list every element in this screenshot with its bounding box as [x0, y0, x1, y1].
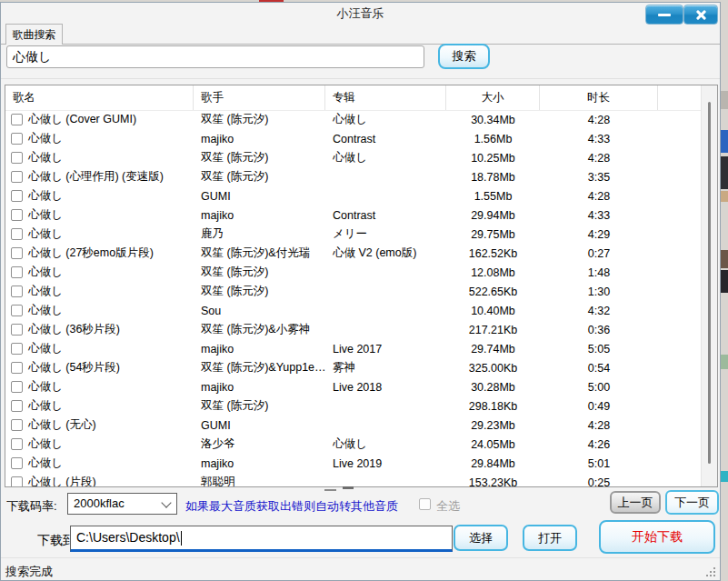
- table-row[interactable]: 心做しmajikoLive 201830.28Mb5:00: [5, 377, 702, 396]
- row-checkbox[interactable]: [11, 285, 23, 297]
- song-name: 心做し: [28, 265, 63, 280]
- song-name-cell: 心做し (54秒片段): [5, 360, 194, 376]
- table-row[interactable]: 心做し (无心)GUMI29.23Mb4:28: [5, 416, 702, 435]
- size-cell: 18.78Mb: [446, 171, 540, 184]
- duration-cell: 0:25: [540, 476, 658, 487]
- size-cell: 1.55Mb: [446, 190, 540, 203]
- table-row[interactable]: 心做し (27秒emo版片段)双笙 (陈元汐)&付光瑞心做 V2 (emo版)1…: [5, 244, 702, 263]
- album-cell: 心做し: [325, 150, 446, 165]
- row-checkbox[interactable]: [11, 362, 23, 374]
- artist-cell: 双笙 (陈元汐): [194, 112, 325, 127]
- row-checkbox[interactable]: [11, 133, 23, 145]
- table-row[interactable]: 心做し (36秒片段)双笙 (陈元汐)&小雾神217.21Kb0:36: [5, 320, 702, 339]
- row-checkbox[interactable]: [11, 381, 23, 393]
- song-name-cell: 心做し: [5, 207, 194, 223]
- album-cell: Live 2017: [325, 343, 446, 356]
- table-row[interactable]: 心做しmajikoLive 201929.84Mb5:01: [5, 454, 702, 473]
- minimize-button[interactable]: [645, 5, 683, 25]
- song-name-cell: 心做し: [5, 303, 194, 318]
- duration-cell: 4:28: [540, 419, 658, 432]
- chevron-down-icon: [161, 497, 171, 507]
- table-row[interactable]: 心做し双笙 (陈元汐)522.65Kb1:30: [5, 282, 702, 301]
- open-folder-button[interactable]: 打开: [523, 525, 577, 551]
- size-cell: 10.40Mb: [446, 305, 540, 317]
- row-checkbox[interactable]: [11, 400, 23, 412]
- row-checkbox[interactable]: [11, 171, 23, 183]
- table-row[interactable]: 心做し鹿乃メリー29.75Mb4:29: [5, 225, 702, 244]
- start-download-button[interactable]: 开始下载: [599, 520, 715, 554]
- duration-cell: 4:33: [540, 133, 658, 145]
- row-checkbox[interactable]: [11, 114, 23, 125]
- table-row[interactable]: 心做し (Cover GUMI)双笙 (陈元汐)心做し30.34Mb4:28: [5, 110, 702, 129]
- song-name: 心做し: [28, 226, 63, 242]
- table-row[interactable]: 心做しmajikoContrast1.56Mb4:33: [5, 129, 702, 148]
- album-cell: 心做 V2 (emo版): [325, 245, 446, 261]
- table-row[interactable]: 心做しmajikoLive 201729.74Mb5:05: [5, 339, 702, 358]
- row-checkbox[interactable]: [11, 247, 23, 259]
- row-checkbox[interactable]: [11, 476, 23, 486]
- row-checkbox[interactable]: [11, 324, 23, 336]
- song-name: 心做し: [28, 284, 63, 299]
- artist-cell: majiko: [194, 457, 325, 470]
- row-checkbox[interactable]: [11, 343, 23, 355]
- table-row[interactable]: 心做し (54秒片段)双笙 (陈元汐)&Yupp1e…雾神325.00Kb0:5…: [5, 358, 702, 377]
- table-row[interactable]: 心做しGUMI1.55Mb4:28: [5, 186, 702, 205]
- row-checkbox[interactable]: [11, 228, 23, 240]
- size-cell: 153.23Kb: [446, 476, 540, 487]
- search-input[interactable]: 心做し: [6, 45, 424, 68]
- table-scrollbar[interactable]: [701, 85, 717, 486]
- size-cell: 29.84Mb: [446, 457, 540, 470]
- row-checkbox[interactable]: [11, 190, 23, 202]
- song-name-cell: 心做し (27秒emo版片段): [5, 245, 194, 261]
- table-row[interactable]: 心做し双笙 (陈元汐)12.08Mb1:48: [5, 263, 702, 282]
- column-header-album[interactable]: 专辑: [325, 85, 446, 110]
- table-row[interactable]: 心做し双笙 (陈元汐)心做し10.25Mb4:28: [5, 148, 702, 167]
- size-cell: 12.08Mb: [446, 266, 540, 279]
- close-button[interactable]: [683, 5, 718, 25]
- table-row[interactable]: 心做しSou10.40Mb4:32: [5, 301, 702, 320]
- size-cell: 24.05Mb: [446, 438, 540, 451]
- choose-folder-button[interactable]: 选择: [454, 525, 508, 551]
- search-button[interactable]: 搜索: [438, 44, 490, 69]
- artist-cell: 双笙 (陈元汐): [194, 284, 325, 299]
- download-path-input[interactable]: C:\Users\Desktop\: [70, 526, 453, 552]
- song-name: 心做し: [28, 456, 63, 471]
- duration-cell: 0:54: [540, 362, 658, 375]
- prev-page-button[interactable]: 上一页: [610, 491, 661, 514]
- select-all-checkbox[interactable]: [419, 498, 431, 510]
- table-row[interactable]: 心做しmajikoContrast29.94Mb4:33: [5, 205, 702, 225]
- song-name-cell: 心做し (36秒片段): [5, 322, 194, 337]
- duration-cell: 3:35: [540, 171, 658, 184]
- table-row[interactable]: 心做し双笙 (陈元汐)298.18Kb0:49: [5, 396, 702, 416]
- row-checkbox[interactable]: [11, 209, 23, 221]
- scrollbar-thumb[interactable]: [708, 102, 711, 464]
- tab-song-search[interactable]: 歌曲搜索: [5, 24, 63, 45]
- song-name: 心做し: [28, 303, 63, 318]
- row-checkbox[interactable]: [11, 419, 23, 431]
- artist-cell: 双笙 (陈元汐)&Yupp1e…: [194, 360, 325, 376]
- bitrate-dropdown[interactable]: 2000kflac: [67, 493, 177, 515]
- song-name: 心做し (心理作用) (变速版): [28, 169, 164, 185]
- artist-cell: majiko: [194, 343, 325, 356]
- duration-cell: 0:49: [540, 400, 658, 413]
- size-cell: 29.74Mb: [446, 343, 540, 356]
- column-header-artist[interactable]: 歌手: [194, 85, 325, 110]
- table-row[interactable]: 心做し (片段)郭聪明153.23Kb0:25: [5, 473, 702, 486]
- artist-cell: GUMI: [194, 190, 325, 203]
- table-row[interactable]: 心做し (心理作用) (变速版)双笙 (陈元汐)18.78Mb3:35: [5, 167, 702, 186]
- column-header-size[interactable]: 大小: [446, 85, 540, 110]
- results-table: 歌名 歌手 专辑 大小 时长 心做し (Cover GUMI)双笙 (陈元汐)心…: [5, 85, 718, 487]
- row-checkbox[interactable]: [11, 457, 23, 469]
- song-name-cell: 心做し: [5, 284, 194, 299]
- resize-grip[interactable]: [706, 567, 715, 576]
- row-checkbox[interactable]: [11, 305, 23, 316]
- next-page-button[interactable]: 下一页: [665, 490, 719, 515]
- row-checkbox[interactable]: [11, 152, 23, 164]
- song-name-cell: 心做し: [5, 379, 194, 395]
- song-name: 心做し: [28, 207, 63, 223]
- column-header-duration[interactable]: 时长: [540, 85, 658, 110]
- table-row[interactable]: 心做し洛少爷心做し24.05Mb4:26: [5, 435, 702, 454]
- row-checkbox[interactable]: [11, 266, 23, 278]
- column-header-song[interactable]: 歌名: [5, 85, 194, 110]
- row-checkbox[interactable]: [11, 438, 23, 450]
